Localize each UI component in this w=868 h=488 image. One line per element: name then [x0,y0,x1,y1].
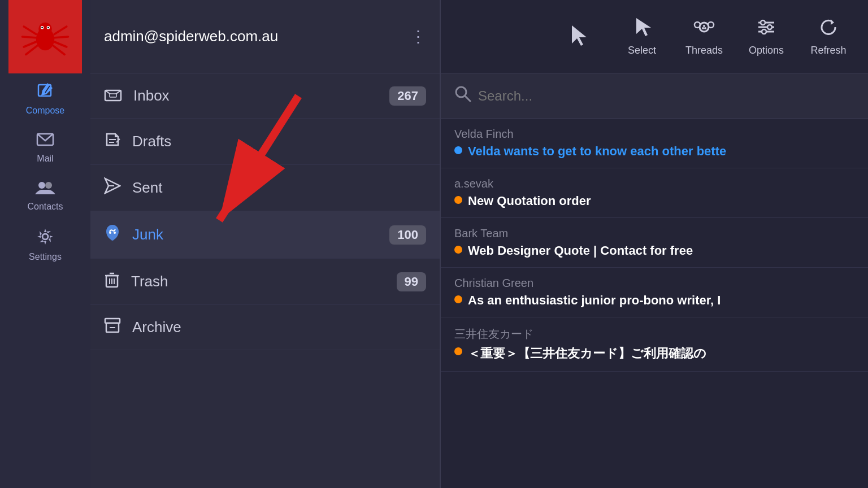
search-icon [454,85,471,106]
folder-item-archive[interactable]: Archive [90,305,440,350]
svg-point-52 [762,29,766,34]
svg-line-13 [54,37,68,38]
svg-point-6 [41,27,43,28]
email-sender: Bark Team [454,227,854,240]
email-item[interactable]: a.sevak New Quotation order [441,168,868,218]
svg-point-19 [38,182,45,189]
email-subject: New Quotation order [454,194,854,208]
unread-dot [454,196,462,204]
settings-icon [36,228,54,250]
email-subject-text: ＜重要＞【三井住友カード】ご利用確認の [468,345,706,362]
email-sender: Velda Finch [454,128,854,141]
email-subject: ＜重要＞【三井住友カード】ご利用確認の [454,345,854,362]
svg-point-3 [38,23,51,36]
search-input[interactable] [478,88,854,104]
svg-line-11 [26,46,37,54]
select-toolbar-item[interactable]: Select [619,17,665,56]
svg-line-55 [465,96,470,101]
drafts-label: Drafts [132,133,426,150]
options-icon [756,17,776,42]
unread-dot [454,347,462,355]
folder-header: admin@spiderweb.com.au ⋮ [90,0,440,73]
junk-icon [104,224,121,246]
refresh-toolbar-item[interactable]: Refresh [806,17,851,56]
svg-line-8 [24,27,36,34]
options-label: Options [749,45,784,56]
folder-item-inbox[interactable]: Inbox 267 [90,73,440,119]
email-subject: As an enthusiastic junior pro-bono write… [454,293,854,308]
unread-dot [454,295,462,303]
inbox-badge: 267 [389,86,426,106]
more-options-icon[interactable]: ⋮ [410,27,426,46]
svg-point-51 [767,25,772,29]
svg-point-50 [761,20,765,25]
threads-icon [693,17,715,42]
email-toolbar: Select Threads [441,0,868,73]
email-list: Velda Finch Velda wants to get to know e… [441,119,868,488]
junk-badge: 100 [389,225,426,245]
unread-dot [454,146,462,154]
svg-line-10 [24,42,36,47]
threads-toolbar-item[interactable]: Threads [682,17,727,56]
trash-label: Trash [131,273,397,290]
options-toolbar-item[interactable]: Options [744,17,789,56]
archive-icon [104,317,121,337]
svg-line-9 [23,37,36,38]
folder-item-drafts[interactable]: Drafts [90,119,440,165]
trash-icon [104,271,120,292]
select-icon [632,17,652,42]
email-subject: Velda wants to get to know each other be… [454,144,854,159]
cursor-icon [570,24,590,49]
inbox-icon [104,86,122,106]
app-logo [8,0,82,73]
email-panel: Select Threads [441,0,868,488]
email-sender: Christian Green [454,277,854,290]
trash-badge: 99 [397,272,426,291]
email-item[interactable]: Velda Finch Velda wants to get to know e… [441,119,868,168]
email-subject: Web Designer Quote | Contact for free [454,243,854,258]
email-subject-text: Web Designer Quote | Contact for free [468,243,693,258]
contacts-icon [35,180,55,199]
folder-item-sent[interactable]: Sent [90,165,440,211]
svg-point-44 [702,27,704,29]
compose-label: Compose [26,106,64,116]
folder-item-trash[interactable]: Trash 99 [90,259,440,305]
email-item[interactable]: 三井住友カード ＜重要＞【三井住友カード】ご利用確認の [441,317,868,372]
folder-item-junk[interactable]: Junk 100 [90,211,440,259]
drafts-icon [104,131,121,152]
junk-label: Junk [132,226,389,243]
email-subject-text: New Quotation order [468,194,591,208]
mail-icon [36,132,54,151]
email-item[interactable]: Bark Team Web Designer Quote | Contact f… [441,218,868,268]
svg-marker-53 [831,19,834,25]
sent-icon [104,177,121,198]
email-sender: 三井住友カード [454,326,854,342]
svg-line-12 [54,27,67,34]
icon-sidebar: Compose Mail Contacts [0,0,90,488]
sidebar-item-settings[interactable]: Settings [0,220,90,270]
folder-panel: admin@spiderweb.com.au ⋮ Inbox 267 [90,0,441,488]
refresh-icon [818,17,839,42]
svg-point-22 [42,234,48,239]
compose-icon [36,81,54,103]
svg-point-7 [47,27,49,28]
email-subject-text: As an enthusiastic junior pro-bono write… [468,293,721,308]
svg-line-14 [54,42,67,47]
cursor-area [557,24,602,49]
svg-line-15 [53,46,64,54]
sidebar-item-compose[interactable]: Compose [0,73,90,124]
archive-label: Archive [132,319,426,336]
mail-label: Mail [37,154,53,164]
email-sender: a.sevak [454,177,854,190]
svg-point-45 [704,27,706,29]
email-item[interactable]: Christian Green As an enthusiastic junio… [441,268,868,317]
sidebar-item-mail[interactable]: Mail [0,124,90,172]
svg-point-30 [109,232,111,234]
svg-rect-24 [110,94,116,97]
threads-label: Threads [685,45,723,56]
select-label: Select [628,45,656,56]
inbox-label: Inbox [133,87,389,104]
email-subject-text: Velda wants to get to know each other be… [468,144,726,159]
sidebar-item-contacts[interactable]: Contacts [0,172,90,220]
svg-point-31 [114,232,116,234]
